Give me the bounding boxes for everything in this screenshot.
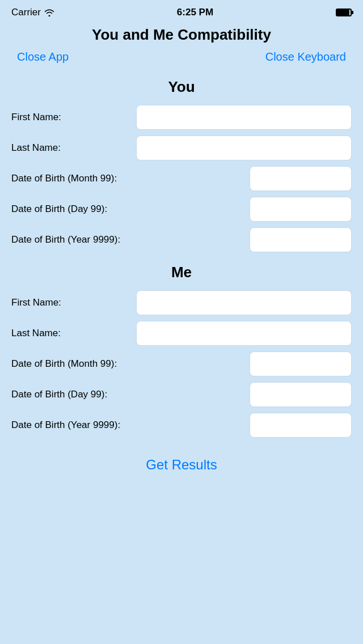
you-dob-day-input[interactable] bbox=[250, 197, 352, 222]
you-dob-month-input[interactable] bbox=[250, 166, 352, 191]
me-last-name-row: Last Name: bbox=[11, 321, 352, 346]
carrier-text: Carrier bbox=[11, 7, 41, 18]
you-last-name-input[interactable] bbox=[136, 135, 352, 160]
time-label: 6:25 PM bbox=[177, 7, 213, 18]
you-last-name-row: Last Name: bbox=[11, 135, 352, 160]
you-dob-year-input[interactable] bbox=[250, 227, 352, 252]
get-results-section: Get Results bbox=[0, 443, 363, 484]
me-dob-day-input[interactable] bbox=[250, 382, 352, 407]
status-bar: Carrier 6:25 PM bbox=[0, 0, 363, 23]
close-keyboard-button[interactable]: Close Keyboard bbox=[265, 50, 346, 63]
you-dob-month-row: Date of Birth (Month 99): bbox=[11, 166, 352, 191]
wifi-icon bbox=[44, 9, 54, 16]
you-dob-year-row: Date of Birth (Year 9999): bbox=[11, 227, 352, 252]
me-last-name-label: Last Name: bbox=[11, 328, 136, 339]
me-dob-month-row: Date of Birth (Month 99): bbox=[11, 351, 352, 376]
me-first-name-input[interactable] bbox=[136, 290, 352, 315]
me-dob-year-row: Date of Birth (Year 9999): bbox=[11, 413, 352, 438]
battery-icon bbox=[336, 9, 352, 16]
me-last-name-input[interactable] bbox=[136, 321, 352, 346]
me-first-name-row: First Name: bbox=[11, 290, 352, 315]
me-dob-month-input[interactable] bbox=[250, 351, 352, 376]
you-section-header: You bbox=[0, 73, 363, 105]
you-first-name-label: First Name: bbox=[11, 112, 136, 123]
you-first-name-input[interactable] bbox=[136, 105, 352, 130]
you-dob-month-label: Date of Birth (Month 99): bbox=[11, 173, 136, 184]
app-title: You and Me Compatibility bbox=[0, 23, 363, 48]
me-dob-year-input[interactable] bbox=[250, 413, 352, 438]
you-form-section: First Name: Last Name: Date of Birth (Mo… bbox=[0, 105, 363, 252]
me-form-section: First Name: Last Name: Date of Birth (Mo… bbox=[0, 290, 363, 438]
me-dob-day-label: Date of Birth (Day 99): bbox=[11, 389, 136, 400]
you-first-name-row: First Name: bbox=[11, 105, 352, 130]
get-results-button[interactable]: Get Results bbox=[146, 457, 217, 473]
you-last-name-label: Last Name: bbox=[11, 142, 136, 154]
top-buttons: Close App Close Keyboard bbox=[0, 48, 363, 73]
me-dob-day-row: Date of Birth (Day 99): bbox=[11, 382, 352, 407]
you-dob-year-label: Date of Birth (Year 9999): bbox=[11, 234, 136, 245]
me-dob-year-label: Date of Birth (Year 9999): bbox=[11, 420, 136, 431]
carrier-label: Carrier bbox=[11, 7, 54, 18]
close-app-button[interactable]: Close App bbox=[17, 50, 69, 63]
me-section-header: Me bbox=[0, 258, 363, 290]
me-first-name-label: First Name: bbox=[11, 297, 136, 308]
me-dob-month-label: Date of Birth (Month 99): bbox=[11, 358, 136, 370]
you-dob-day-label: Date of Birth (Day 99): bbox=[11, 204, 136, 215]
you-dob-day-row: Date of Birth (Day 99): bbox=[11, 197, 352, 222]
